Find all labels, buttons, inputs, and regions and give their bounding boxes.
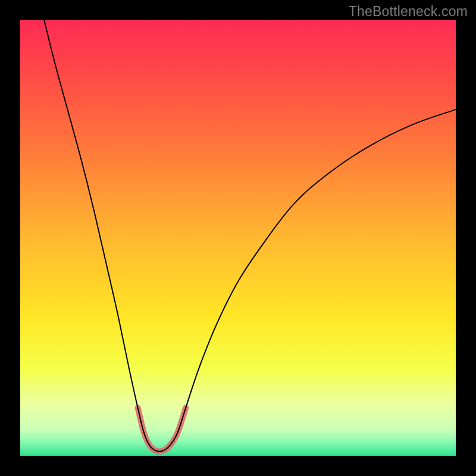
plot-area: [20, 20, 456, 456]
chart-frame: TheBottleneck.com: [0, 0, 476, 476]
watermark-text: TheBottleneck.com: [349, 4, 468, 20]
chart-svg: [20, 20, 456, 456]
gradient-background: [20, 20, 456, 456]
